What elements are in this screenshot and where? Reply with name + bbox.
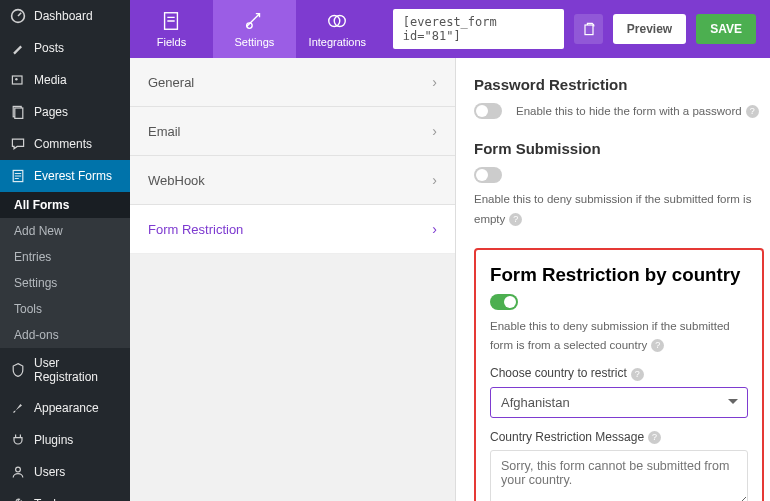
label: WebHook <box>148 173 205 188</box>
sidebar-item-everest-forms[interactable]: Everest Forms <box>0 160 130 192</box>
copy-shortcode-button[interactable] <box>574 14 603 44</box>
label: Pages <box>34 105 68 119</box>
label: User Registration <box>34 356 120 384</box>
sidebar-item-plugins[interactable]: Plugins <box>0 424 130 456</box>
preview-button[interactable]: Preview <box>613 14 686 44</box>
shortcode-display[interactable]: [everest_form id="81"] <box>393 9 564 49</box>
tab-label: Settings <box>235 36 275 48</box>
restriction-message-textarea[interactable] <box>490 450 748 501</box>
submenu-addons[interactable]: Add-ons <box>0 322 130 348</box>
label: Appearance <box>34 401 99 415</box>
integrations-icon <box>326 10 348 32</box>
label: Users <box>34 465 65 479</box>
chevron-right-icon: › <box>432 74 437 90</box>
country-restriction-section: Form Restriction by country Enable this … <box>474 248 764 501</box>
settings-panel: Password Restriction Enable this to hide… <box>456 58 770 501</box>
section-title: Password Restriction <box>474 76 764 93</box>
tab-label: Fields <box>157 36 186 48</box>
settings-icon <box>243 10 265 32</box>
choose-country-label: Choose country to restrict? <box>490 366 748 380</box>
plug-icon <box>10 432 26 448</box>
media-icon <box>10 72 26 88</box>
restriction-message-label: Country Restriction Message? <box>490 430 748 444</box>
svg-point-2 <box>15 78 17 80</box>
label: Email <box>148 124 181 139</box>
comments-icon <box>10 136 26 152</box>
form-builder: Fields Settings Integrations [everest_fo… <box>130 0 770 501</box>
sidebar-item-media[interactable]: Media <box>0 64 130 96</box>
pages-icon <box>10 104 26 120</box>
svg-rect-4 <box>15 108 23 118</box>
settings-tab-general[interactable]: General› <box>130 58 455 107</box>
tab-integrations[interactable]: Integrations <box>296 0 379 58</box>
form-submission-section: Form Submission Enable this to deny subm… <box>474 140 764 228</box>
sidebar-item-dashboard[interactable]: Dashboard <box>0 0 130 32</box>
chevron-right-icon: › <box>432 123 437 139</box>
label: Dashboard <box>34 9 93 23</box>
label: Media <box>34 73 67 87</box>
label: Form Restriction <box>148 222 243 237</box>
sidebar-item-tools[interactable]: Tools <box>0 488 130 501</box>
toggle-desc: Enable this to deny submission if the su… <box>490 320 730 351</box>
submenu-settings[interactable]: Settings <box>0 270 130 296</box>
label: Posts <box>34 41 64 55</box>
label: Plugins <box>34 433 73 447</box>
builder-toolbar: Fields Settings Integrations [everest_fo… <box>130 0 770 58</box>
form-icon <box>10 168 26 184</box>
fields-icon <box>160 10 182 32</box>
svg-point-6 <box>16 467 21 472</box>
label: Comments <box>34 137 92 151</box>
password-toggle[interactable] <box>474 103 502 119</box>
section-title: Form Restriction by country <box>490 264 748 286</box>
country-toggle[interactable] <box>490 294 518 310</box>
wp-admin-sidebar: Dashboard Posts Media Pages Comments Eve… <box>0 0 130 501</box>
brush-icon <box>10 400 26 416</box>
wrench-icon <box>10 496 26 501</box>
section-title: Form Submission <box>474 140 764 157</box>
label: Everest Forms <box>34 169 112 183</box>
submenu-all-forms[interactable]: All Forms <box>0 192 130 218</box>
tab-settings[interactable]: Settings <box>213 0 296 58</box>
sidebar-item-users[interactable]: Users <box>0 456 130 488</box>
settings-tabs-list: General› Email› WebHook› Form Restrictio… <box>130 58 456 501</box>
chevron-right-icon: › <box>432 172 437 188</box>
dashboard-icon <box>10 8 26 24</box>
help-icon[interactable]: ? <box>648 431 661 444</box>
settings-tab-form-restriction[interactable]: Form Restriction› <box>130 205 455 254</box>
sidebar-item-posts[interactable]: Posts <box>0 32 130 64</box>
help-icon[interactable]: ? <box>509 213 522 226</box>
sidebar-item-appearance[interactable]: Appearance <box>0 392 130 424</box>
pin-icon <box>10 40 26 56</box>
label: General <box>148 75 194 90</box>
tab-label: Integrations <box>309 36 366 48</box>
settings-tab-email[interactable]: Email› <box>130 107 455 156</box>
password-restriction-section: Password Restriction Enable this to hide… <box>474 76 764 120</box>
sidebar-item-comments[interactable]: Comments <box>0 128 130 160</box>
help-icon[interactable]: ? <box>651 339 664 352</box>
toggle-desc: Enable this to hide the form with a pass… <box>516 103 759 120</box>
sidebar-item-pages[interactable]: Pages <box>0 96 130 128</box>
help-icon[interactable]: ? <box>746 105 759 118</box>
tab-fields[interactable]: Fields <box>130 0 213 58</box>
label: Tools <box>34 497 62 501</box>
country-select[interactable]: Afghanistan <box>490 387 748 418</box>
submenu-entries[interactable]: Entries <box>0 244 130 270</box>
sidebar-item-user-registration[interactable]: User Registration <box>0 348 130 392</box>
svg-rect-14 <box>585 25 593 35</box>
submission-toggle[interactable] <box>474 167 502 183</box>
help-icon[interactable]: ? <box>631 368 644 381</box>
save-button[interactable]: SAVE <box>696 14 756 44</box>
settings-tab-webhook[interactable]: WebHook› <box>130 156 455 205</box>
chevron-right-icon: › <box>432 221 437 237</box>
submenu-add-new[interactable]: Add New <box>0 218 130 244</box>
shield-icon <box>10 362 26 378</box>
submenu-tools[interactable]: Tools <box>0 296 130 322</box>
toggle-desc: Enable this to deny submission if the su… <box>474 193 751 224</box>
users-icon <box>10 464 26 480</box>
